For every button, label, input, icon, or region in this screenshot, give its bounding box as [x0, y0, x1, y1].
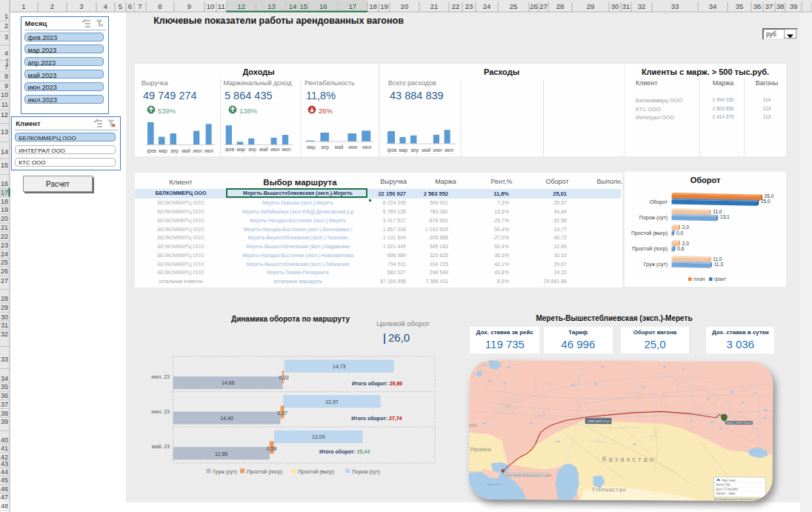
svg-text:железнодорожные перевозки по Р: железнодорожные перевозки по РФ: [714, 498, 761, 501]
svg-text:2: 2: [4, 22, 8, 30]
svg-text:6: 6: [128, 2, 132, 10]
svg-text:11: 11: [218, 2, 225, 10]
svg-text:17: 17: [349, 2, 357, 10]
svg-text:44: 44: [1, 468, 8, 476]
svg-text:16: 16: [1, 180, 8, 187]
svg-text:12: 12: [237, 2, 245, 10]
svg-text:12: 12: [1, 111, 8, 119]
svg-text:24: 24: [1, 250, 8, 258]
svg-text:15: 15: [1, 162, 8, 169]
svg-text:Вид: перег.: Вид: перег.: [722, 479, 736, 482]
svg-text:28: 28: [1, 295, 8, 302]
svg-text:30: 30: [1, 313, 8, 321]
svg-text:46: 46: [1, 485, 8, 493]
svg-text:20: 20: [1, 215, 8, 222]
svg-text:25: 25: [1, 259, 8, 266]
svg-text:10: 10: [1, 91, 8, 99]
svg-text:37: 37: [1, 401, 8, 408]
svg-text:4: 4: [104, 2, 107, 10]
svg-text:К а з а х с т а н: К а з а х с т а н: [602, 455, 654, 463]
svg-text:4: 4: [4, 50, 8, 57]
svg-text:17: 17: [1, 189, 8, 196]
svg-text:23: 23: [1, 242, 8, 249]
svg-text:45: 45: [1, 476, 8, 484]
svg-text:27: 27: [1, 277, 8, 285]
svg-text:1: 1: [4, 13, 8, 20]
svg-text:32: 32: [1, 330, 8, 338]
svg-text:37: 37: [765, 2, 773, 10]
svg-text:Мереть-Вышестеблиевская (эксп.: Мереть-Вышестеблиевская (эксп.), погрузк…: [506, 473, 552, 476]
svg-text:30: 30: [611, 2, 619, 10]
svg-text:СТМ: СТМ: [478, 363, 487, 368]
svg-text:18: 18: [369, 2, 377, 10]
svg-text:33: 33: [1, 356, 8, 363]
svg-text:Мереть, 92645, Мерети 2: Мереть, 92645, Мерети 2: [727, 422, 754, 425]
svg-text:28: 28: [556, 2, 565, 10]
svg-text:38: 38: [1, 410, 8, 417]
svg-text:35: 35: [1, 383, 8, 390]
svg-text:24: 24: [483, 2, 491, 10]
svg-text:5: 5: [119, 2, 122, 10]
svg-text:Дата: 27.03.2023: Дата: 27.03.2023: [716, 488, 739, 491]
svg-text:усь: усь: [469, 422, 477, 428]
svg-text:20: 20: [401, 2, 409, 10]
svg-text:26: 26: [1, 267, 8, 275]
svg-text:16: 16: [319, 2, 327, 10]
svg-text:38: 38: [776, 2, 785, 10]
svg-text:3: 3: [79, 2, 83, 10]
svg-text:14: 14: [1, 148, 8, 156]
svg-text:22: 22: [1, 233, 8, 240]
svg-text:36: 36: [1, 392, 8, 399]
svg-text:19: 19: [1, 206, 8, 213]
svg-text:13: 13: [1, 128, 8, 136]
svg-text:34: 34: [1, 375, 8, 382]
svg-text:21: 21: [430, 2, 439, 10]
svg-text:36: 36: [753, 2, 762, 10]
svg-text:8: 8: [158, 2, 162, 10]
svg-text:9: 9: [187, 2, 191, 10]
svg-text:15: 15: [300, 2, 308, 10]
svg-text:21: 21: [1, 224, 8, 231]
svg-text:2: 2: [50, 2, 54, 10]
svg-text:3: 3: [4, 33, 8, 41]
svg-text:34: 34: [709, 2, 717, 10]
svg-text:27: 27: [539, 2, 548, 10]
svg-text:43: 43: [1, 460, 8, 468]
svg-text:Вагон: 532: Вагон: 532: [716, 483, 731, 486]
svg-text:29: 29: [587, 2, 595, 10]
svg-text:41: 41: [1, 445, 8, 452]
svg-text:Пробег: ~4000: Пробег: ~4000: [716, 492, 735, 495]
svg-text:19: 19: [380, 2, 388, 10]
svg-text:48: 48: [1, 502, 8, 510]
svg-text:22: 22: [452, 2, 460, 10]
svg-text:8: 8: [4, 73, 8, 80]
svg-text:39: 39: [790, 2, 798, 10]
svg-text:33: 33: [671, 2, 679, 10]
svg-text:40: 40: [1, 436, 8, 444]
svg-text:Узбекистан: Узбекистан: [592, 486, 627, 493]
svg-text:29: 29: [1, 304, 8, 311]
svg-text:6: 6: [6, 61, 8, 66]
svg-text:7: 7: [138, 2, 142, 10]
svg-text:32: 32: [638, 2, 646, 10]
svg-text:Черное море: Черное море: [487, 483, 502, 486]
svg-text:23: 23: [465, 2, 473, 10]
svg-text:14: 14: [289, 2, 297, 10]
svg-text:9: 9: [4, 82, 8, 90]
svg-text:26: 26: [530, 2, 538, 10]
svg-text:11: 11: [1, 101, 8, 108]
svg-text:1: 1: [21, 2, 25, 10]
svg-text:18: 18: [1, 198, 8, 205]
svg-text:39: 39: [1, 418, 8, 425]
svg-text:25: 25: [510, 2, 518, 10]
svg-text:47: 47: [1, 493, 8, 501]
svg-text:35: 35: [736, 2, 744, 10]
svg-text:42: 42: [1, 453, 8, 461]
svg-text:Украина: Украина: [470, 446, 491, 453]
svg-text:10: 10: [207, 2, 215, 10]
svg-text:1990 км/5,4 сут: 1990 км/5,4 сут: [588, 419, 610, 423]
svg-text:31: 31: [1, 322, 8, 329]
svg-text:31: 31: [622, 2, 630, 10]
svg-text:13: 13: [267, 2, 276, 10]
